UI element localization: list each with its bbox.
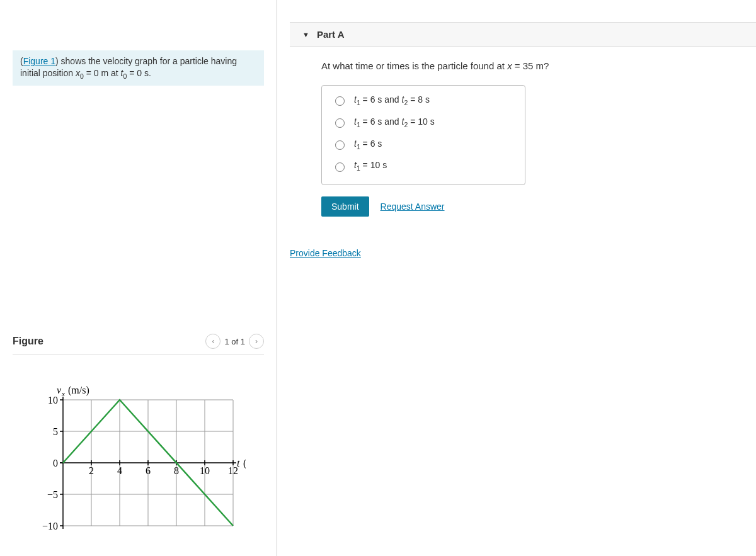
figure-link[interactable]: Figure 1: [23, 56, 55, 66]
right-pane: ▼ Part A At what time or times is the pa…: [290, 0, 756, 258]
left-pane: (Figure 1) shows the velocity graph for …: [0, 0, 277, 556]
figure-viewport[interactable]: v x (m/s) t (s): [13, 362, 264, 550]
option-3-label: t1 = 6 s: [354, 139, 382, 150]
figure-header: Figure ‹ 1 of 1 ›: [13, 334, 264, 355]
svg-text:2: 2: [89, 465, 94, 476]
option-4-radio[interactable]: [335, 162, 345, 172]
svg-text:−5: −5: [47, 489, 58, 500]
request-answer-link[interactable]: Request Answer: [381, 201, 445, 212]
option-4[interactable]: t1 = 10 s: [332, 160, 515, 172]
y-axis-label-sub: x: [61, 390, 65, 397]
figure-title: Figure: [13, 336, 43, 347]
svg-text:10: 10: [200, 465, 210, 476]
option-4-label: t1 = 10 s: [354, 160, 387, 172]
option-2-radio[interactable]: [335, 118, 345, 128]
option-3[interactable]: t1 = 6 s: [332, 139, 515, 150]
problem-intro: (Figure 1) shows the velocity graph for …: [13, 50, 264, 86]
svg-text:−10: −10: [42, 521, 58, 531]
x-axis-unit: (s): [243, 458, 246, 469]
y-axis-unit: (m/s): [68, 385, 89, 396]
pager-prev-button[interactable]: ‹: [205, 334, 220, 349]
collapse-caret-icon: ▼: [302, 31, 309, 38]
svg-text:12: 12: [228, 465, 238, 476]
question-text: At what time or times is the particle fo…: [290, 47, 756, 77]
y-axis-label: v: [57, 385, 62, 395]
option-1[interactable]: t1 = 6 s and t2 = 8 s: [332, 94, 515, 106]
part-a-label: Part A: [317, 29, 345, 40]
options-box: t1 = 6 s and t2 = 8 s t1 = 6 s and t2 = …: [321, 85, 525, 185]
actions-row: Submit Request Answer: [321, 196, 756, 217]
y-tick-labels: 10 5 0 −5 −10: [42, 395, 58, 531]
option-1-label: t1 = 6 s and t2 = 8 s: [354, 94, 430, 106]
pager-text: 1 of 1: [224, 337, 245, 346]
option-1-radio[interactable]: [335, 96, 345, 106]
svg-text:5: 5: [53, 426, 58, 437]
part-a-header[interactable]: ▼ Part A: [290, 22, 756, 47]
figure-pager: ‹ 1 of 1 ›: [205, 334, 264, 349]
svg-text:10: 10: [48, 395, 58, 406]
svg-text:4: 4: [117, 465, 122, 476]
pager-next-button[interactable]: ›: [249, 334, 264, 349]
option-2-label: t1 = 6 s and t2 = 10 s: [354, 116, 435, 128]
svg-text:6: 6: [146, 465, 151, 476]
option-2[interactable]: t1 = 6 s and t2 = 10 s: [332, 116, 515, 128]
x-tick-labels: 2 4 6 8 10 12: [89, 465, 238, 476]
svg-text:8: 8: [174, 465, 179, 476]
submit-button[interactable]: Submit: [321, 196, 369, 217]
svg-text:0: 0: [53, 458, 58, 468]
velocity-chart: v x (m/s) t (s): [32, 381, 246, 545]
option-3-radio[interactable]: [335, 140, 345, 150]
provide-feedback-link[interactable]: Provide Feedback: [290, 248, 361, 258]
